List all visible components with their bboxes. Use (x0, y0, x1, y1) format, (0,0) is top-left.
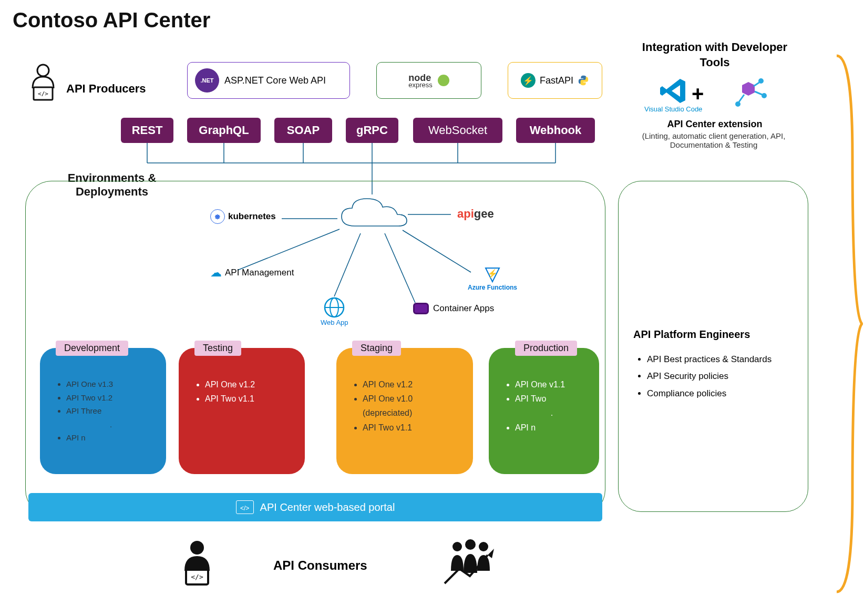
page-title: Contoso API Center (13, 8, 210, 32)
svg-line-33 (754, 82, 760, 86)
svg-text:</>: </> (191, 573, 203, 581)
svg-point-32 (735, 101, 740, 107)
api-consumers-icon: </> (177, 539, 218, 591)
svg-point-31 (762, 93, 767, 98)
svg-marker-29 (742, 82, 755, 96)
vscode-label: Visual Studio Code (644, 105, 702, 113)
api-type-webhook: Webhook (516, 118, 595, 143)
env-card-staging: Staging API One v1.2 API One v1.0 (depre… (336, 348, 473, 474)
api-type-websocket: WebSocket (413, 118, 502, 143)
kubernetes-icon: ⎈ (210, 209, 225, 224)
browser-icon: </> (236, 500, 254, 514)
azure-functions-icon: ⚡ (482, 266, 502, 284)
svg-marker-28 (488, 549, 494, 558)
api-type-soap: SOAP (274, 118, 332, 143)
svg-line-34 (755, 91, 762, 95)
service-api-management: ☁ API Management (210, 266, 294, 280)
plus-icon: + (692, 82, 704, 106)
vscode-icon (659, 77, 687, 105)
list-item: API Security policies (647, 368, 793, 385)
list-item: API Three (66, 404, 156, 418)
api-type-grpc: gRPC (346, 118, 398, 143)
service-container-apps: Container Apps (413, 303, 494, 314)
service-kubernetes: ⎈ kubernetes (210, 209, 276, 224)
fastapi-label: FastAPI (540, 75, 573, 86)
env-card-production: Production API One v1.1 API Two . API n (489, 348, 599, 474)
portal-label: API Center web-based portal (260, 501, 395, 514)
framework-aspnet: .NET ASP.NET Core Web API (187, 62, 350, 99)
api-management-icon: ☁ (210, 266, 222, 280)
env-tag-testing: Testing (194, 341, 241, 356)
env-card-testing: Testing API One v1.2 API Two v1.1 (179, 348, 305, 474)
list-item: API n (66, 431, 156, 445)
nodejs-icon (438, 75, 449, 86)
web-app-icon (323, 296, 345, 319)
svg-point-0 (37, 65, 49, 76)
list-item: API One v1.3 (66, 377, 156, 391)
extension-subtitle: (Linting, automatic client generation, A… (619, 131, 808, 149)
list-item: API Two v1.1 (205, 392, 294, 406)
growth-chart-icon (441, 539, 499, 592)
svg-text:</>: </> (38, 90, 48, 97)
aspnet-label: ASP.NET Core Web API (224, 75, 326, 86)
dotnet-icon: .NET (195, 68, 219, 93)
integration-title: Integration with Developer Tools (636, 40, 794, 70)
env-card-development: Development API One v1.3 API Two v1.2 AP… (40, 348, 166, 474)
api-consumers-label: API Consumers (273, 558, 367, 573)
api-center-extension-icon (727, 76, 769, 115)
svg-point-25 (452, 542, 462, 551)
list-item: API Two v1.2 (66, 391, 156, 405)
list-item: API Best practices & Standards (647, 351, 793, 368)
svg-point-22 (190, 541, 204, 555)
service-azure-functions: ⚡ Azure Functions (468, 266, 517, 291)
env-tag-development: Development (56, 341, 128, 356)
python-icon (578, 75, 589, 86)
list-item: API Two v1.1 (363, 420, 462, 435)
list-item: Compliance policies (647, 385, 793, 402)
list-item: API One v1.2 (363, 377, 462, 392)
list-item: . (66, 418, 156, 432)
framework-node-express: node express (376, 62, 481, 99)
service-apigee: apigee (457, 207, 494, 221)
platform-engineers-title: API Platform Engineers (633, 328, 793, 341)
list-item: API One v1.2 (205, 377, 294, 392)
container-apps-icon (413, 303, 429, 314)
svg-point-26 (465, 539, 476, 550)
cloud-icon (336, 193, 410, 235)
list-item: API n (515, 420, 589, 435)
env-tag-staging: Staging (352, 341, 401, 356)
svg-point-27 (479, 542, 488, 551)
service-web-app: Web App (321, 296, 348, 326)
extension-title: API Center extension (625, 119, 804, 130)
api-type-rest: REST (121, 118, 173, 143)
env-tag-production: Production (515, 341, 577, 356)
api-producers-icon: </> (26, 63, 60, 104)
list-item: . (515, 406, 589, 420)
right-brace (831, 50, 863, 597)
fastapi-icon: ⚡ (521, 73, 536, 88)
api-type-graphql: GraphQL (187, 118, 261, 143)
list-item: API One v1.1 (515, 377, 589, 392)
list-item: API One v1.0 (depreciated) (363, 392, 462, 420)
framework-fastapi: ⚡ FastAPI (508, 62, 602, 99)
api-center-portal-bar: </> API Center web-based portal (28, 493, 602, 521)
svg-text:⚡: ⚡ (487, 269, 498, 279)
list-item: API Two (515, 392, 589, 406)
svg-line-35 (739, 95, 744, 102)
api-producers-label: API Producers (66, 82, 146, 96)
express-label: express (408, 81, 433, 88)
platform-engineers-box: API Platform Engineers API Best practice… (618, 181, 808, 512)
